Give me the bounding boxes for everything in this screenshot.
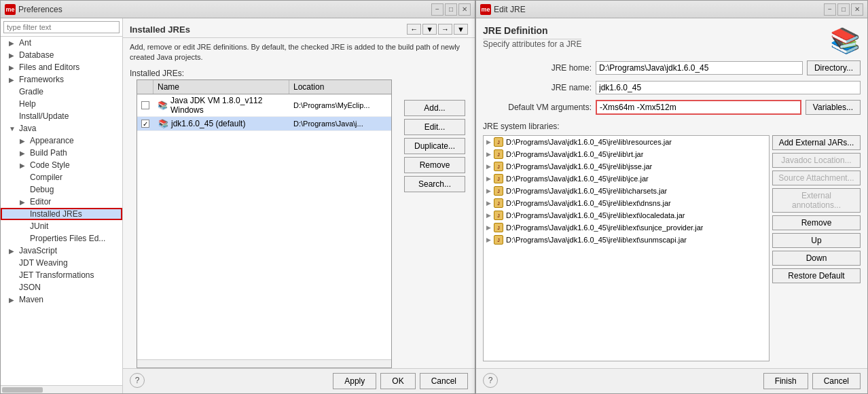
jar-icon: J bbox=[494, 186, 503, 196]
sidebar-item-java[interactable]: ▼ Java bbox=[1, 122, 122, 135]
sidebar-item-debug[interactable]: ▶ Debug bbox=[1, 183, 122, 196]
maximize-button[interactable]: □ bbox=[445, 3, 457, 16]
close-button[interactable]: ✕ bbox=[851, 3, 863, 16]
javadoc-location-button[interactable]: Javadoc Location... bbox=[772, 153, 861, 168]
sidebar-item-code-style[interactable]: ▶ Code Style bbox=[1, 159, 122, 171]
jre-name-input[interactable] bbox=[596, 81, 861, 94]
cancel-button[interactable]: Cancel bbox=[420, 373, 468, 389]
sidebar-item-installed-jres[interactable]: ▶ Installed JREs bbox=[1, 208, 122, 220]
sidebar-item-jdt-weaving[interactable]: ▶ JDT Weaving bbox=[1, 257, 122, 269]
jre-name-label: JRE name: bbox=[483, 83, 592, 92]
list-item[interactable]: ▶ J D:\Programs\Java\jdk1.6.0_45\jre\lib… bbox=[484, 221, 769, 234]
sidebar-item-install-update[interactable]: ▶ Install/Update bbox=[1, 110, 122, 122]
installed-label: Installed JREs: bbox=[123, 67, 475, 79]
jar-icon: J bbox=[494, 211, 503, 220]
row-location: D:\Programs\Java\j... bbox=[289, 118, 391, 129]
add-button[interactable]: Add... bbox=[404, 100, 465, 116]
side-buttons: Add... Edit... Duplicate... Remove Searc… bbox=[401, 79, 468, 368]
sidebar-item-database[interactable]: ▶ Database bbox=[1, 49, 122, 61]
lib-arrow: ▶ bbox=[486, 139, 491, 145]
apply-button[interactable]: Apply bbox=[333, 373, 376, 389]
vm-args-input[interactable] bbox=[596, 100, 801, 115]
sidebar-item-files-editors[interactable]: ▶ Files and Editors bbox=[1, 61, 122, 73]
lib-arrow: ▶ bbox=[486, 163, 491, 170]
external-annotations-button[interactable]: External annotations... bbox=[772, 188, 861, 213]
sidebar-item-appearance[interactable]: ▶ Appearance bbox=[1, 135, 122, 147]
duplicate-button[interactable]: Duplicate... bbox=[404, 138, 465, 154]
variables-button[interactable]: Variables... bbox=[806, 100, 861, 115]
sidebar-item-junit[interactable]: ▶ JUnit bbox=[1, 220, 122, 232]
forward-button[interactable]: → bbox=[438, 24, 452, 35]
list-item[interactable]: ▶ J D:\Programs\Java\jdk1.6.0_45\jre\lib… bbox=[484, 148, 769, 160]
search-button[interactable]: Search... bbox=[404, 176, 465, 192]
list-item[interactable]: ▶ J D:\Programs\Java\jdk1.6.0_45\jre\lib… bbox=[484, 234, 769, 246]
back-button[interactable]: ← bbox=[407, 24, 421, 35]
remove-lib-button[interactable]: Remove bbox=[772, 215, 861, 230]
list-item[interactable]: ▶ J D:\Programs\Java\jdk1.6.0_45\jre\lib… bbox=[484, 209, 769, 221]
list-item[interactable]: ▶ J D:\Programs\Java\jdk1.6.0_45\jre\lib… bbox=[484, 185, 769, 197]
remove-button[interactable]: Remove bbox=[404, 157, 465, 173]
ok-button[interactable]: OK bbox=[380, 373, 415, 389]
list-item[interactable]: ▶ J D:\Programs\Java\jdk1.6.0_45\jre\lib… bbox=[484, 197, 769, 209]
up-button[interactable]: Up bbox=[772, 233, 861, 248]
add-external-jars-button[interactable]: Add External JARs... bbox=[772, 135, 861, 150]
sidebar-item-compiler[interactable]: ▶ Compiler bbox=[1, 171, 122, 183]
sidebar-item-gradle[interactable]: ▶ Gradle bbox=[1, 86, 122, 98]
sidebar-item-editor[interactable]: ▶ Editor bbox=[1, 196, 122, 208]
list-item[interactable]: ▶ J D:\Programs\Java\jdk1.6.0_45\jre\lib… bbox=[484, 136, 769, 148]
restore-default-button[interactable]: Restore Default bbox=[772, 268, 861, 283]
source-attachment-button[interactable]: Source Attachment... bbox=[772, 171, 861, 185]
lib-arrow: ▶ bbox=[486, 212, 491, 219]
lib-text: D:\Programs\Java\jdk1.6.0_45\jre\lib\ext… bbox=[506, 211, 685, 219]
sidebar-item-maven[interactable]: ▶ Maven bbox=[1, 293, 122, 306]
sidebar-scrollbar[interactable] bbox=[1, 385, 122, 393]
jre-large-icon: 📚 bbox=[830, 26, 861, 55]
sidebar-item-help[interactable]: ▶ Help bbox=[1, 98, 122, 110]
lib-text: D:\Programs\Java\jdk1.6.0_45\jre\lib\ext… bbox=[506, 223, 703, 232]
lib-arrow: ▶ bbox=[486, 236, 491, 243]
checkbox-unchecked[interactable] bbox=[141, 101, 149, 109]
expand-arrow: ▶ bbox=[9, 76, 17, 84]
table-scrollbar[interactable] bbox=[137, 359, 391, 368]
edit-button[interactable]: Edit... bbox=[404, 119, 465, 135]
cancel-button[interactable]: Cancel bbox=[812, 373, 861, 389]
editjre-titlebar: me Edit JRE − □ ✕ bbox=[476, 1, 867, 18]
sidebar-item-javascript[interactable]: ▶ JavaScript bbox=[1, 245, 122, 257]
jar-icon: J bbox=[494, 198, 503, 208]
editjre-window: me Edit JRE − □ ✕ JRE Definition Specify… bbox=[475, 0, 868, 394]
down-button[interactable]: Down bbox=[772, 251, 861, 266]
table-row[interactable]: 📚 Java JDK VM 1.8.0_v112 Windows D:\Prog… bbox=[137, 94, 391, 117]
sidebar-item-ant[interactable]: ▶ Ant bbox=[1, 37, 122, 49]
jre-home-input[interactable] bbox=[596, 61, 803, 75]
sidebar-label: Ant bbox=[19, 38, 31, 48]
table-row[interactable]: 📚 jdk1.6.0_45 (default) D:\Programs\Java… bbox=[137, 117, 391, 131]
list-item[interactable]: ▶ J D:\Programs\Java\jdk1.6.0_45\jre\lib… bbox=[484, 160, 769, 173]
close-button[interactable]: ✕ bbox=[458, 3, 471, 16]
sidebar-item-build-path[interactable]: ▶ Build Path bbox=[1, 147, 122, 159]
list-item[interactable]: ▶ J D:\Programs\Java\jdk1.6.0_45\jre\lib… bbox=[484, 173, 769, 185]
dropdown2-button[interactable]: ▼ bbox=[454, 24, 468, 35]
lib-text: D:\Programs\Java\jdk1.6.0_45\jre\lib\res… bbox=[506, 138, 672, 146]
col-name: Name bbox=[153, 80, 289, 94]
main-description: Add, remove or edit JRE definitions. By … bbox=[123, 38, 475, 67]
filter-input[interactable] bbox=[3, 21, 120, 33]
checkbox-checked[interactable] bbox=[141, 120, 149, 128]
sidebar-label: Files and Editors bbox=[19, 62, 79, 72]
sidebar-item-frameworks[interactable]: ▶ Frameworks bbox=[1, 73, 122, 86]
preferences-window: me Preferences − □ ✕ ▶ Ant ▶ Database bbox=[0, 0, 475, 394]
directory-button[interactable]: Directory... bbox=[807, 60, 861, 75]
help-button[interactable]: ? bbox=[130, 373, 145, 388]
help-button[interactable]: ? bbox=[483, 373, 498, 388]
maximize-button[interactable]: □ bbox=[837, 3, 850, 16]
minimize-button[interactable]: − bbox=[431, 3, 444, 16]
row-checkbox[interactable] bbox=[137, 100, 153, 111]
sidebar-item-jet-transformations[interactable]: ▶ JET Transformations bbox=[1, 269, 122, 281]
sidebar-item-properties-files[interactable]: ▶ Properties Files Ed... bbox=[1, 232, 122, 245]
row-checkbox[interactable] bbox=[137, 118, 153, 129]
sidebar-item-json[interactable]: ▶ JSON bbox=[1, 281, 122, 293]
dropdown-button[interactable]: ▼ bbox=[422, 24, 437, 35]
minimize-button[interactable]: − bbox=[824, 3, 836, 16]
finish-button[interactable]: Finish bbox=[763, 373, 808, 389]
main-header: Installed JREs ← ▼ → ▼ bbox=[123, 18, 475, 38]
expand-arrow: ▶ bbox=[9, 64, 17, 71]
